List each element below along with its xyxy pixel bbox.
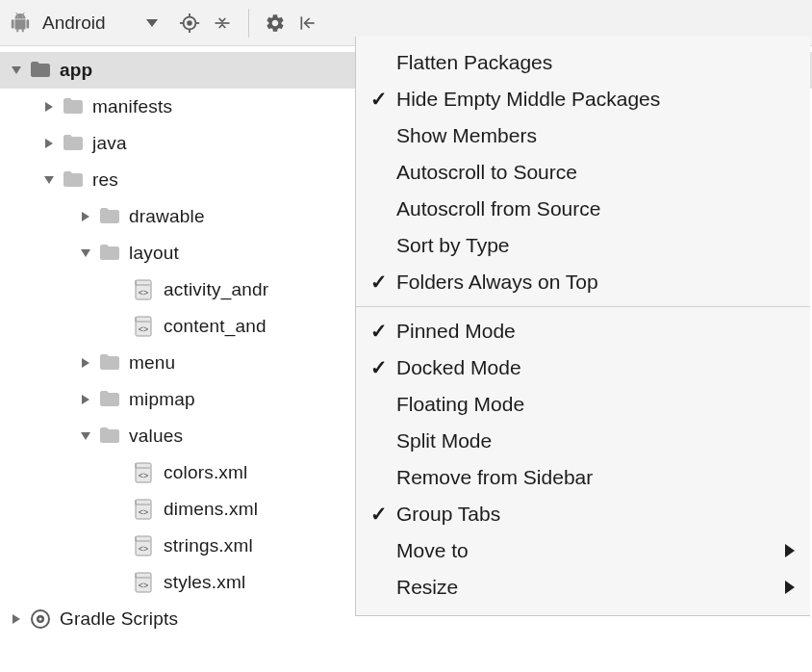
chevron-down-icon[interactable] <box>79 246 92 260</box>
checkmark-icon: ✓ <box>368 88 391 111</box>
folder-icon <box>98 242 121 265</box>
menu-item-label: Autoscroll to Source <box>396 161 795 184</box>
tree-item-label: mipmap <box>129 389 195 410</box>
submenu-arrow-icon <box>785 581 795 594</box>
checkmark-icon: ✓ <box>368 356 391 379</box>
chevron-right-icon[interactable] <box>79 393 92 406</box>
menu-item-label: Autoscroll from Source <box>396 197 795 220</box>
menu-item[interactable]: ✓Folders Always on Top <box>356 264 810 300</box>
submenu-arrow-icon <box>785 544 795 557</box>
tree-item-label: content_and <box>164 316 266 337</box>
toolbar-divider <box>248 9 249 38</box>
menu-item[interactable]: Autoscroll to Source <box>356 154 810 191</box>
chevron-down-icon[interactable] <box>79 429 92 443</box>
folder-icon <box>62 168 85 192</box>
tree-item-label: dimens.xml <box>164 499 258 520</box>
android-icon <box>10 13 31 34</box>
folder-icon <box>98 388 121 411</box>
menu-item-label: Move to <box>396 539 785 562</box>
xml-icon <box>133 315 156 338</box>
tree-item-label: layout <box>129 243 179 264</box>
tree-item-label: strings.xml <box>164 535 253 556</box>
folder-dark-icon <box>29 59 52 82</box>
menu-item[interactable]: Floating Mode <box>356 386 810 423</box>
menu-item[interactable]: ✓Hide Empty Middle Packages <box>356 81 810 117</box>
menu-item-label: Flatten Packages <box>396 51 795 74</box>
menu-item[interactable]: Move to <box>356 532 810 569</box>
chevron-right-icon[interactable] <box>79 356 92 370</box>
tree-item-label: Gradle Scripts <box>60 608 178 630</box>
tree-item-label: menu <box>129 352 175 374</box>
menu-separator <box>356 306 810 307</box>
menu-item[interactable]: Autoscroll from Source <box>356 191 810 227</box>
menu-item-label: Group Tabs <box>396 503 795 526</box>
folder-icon <box>98 351 121 375</box>
svg-point-1 <box>188 21 191 25</box>
settings-popup-menu: Flatten Packages✓Hide Empty Middle Packa… <box>355 37 810 616</box>
menu-item[interactable]: Resize <box>356 569 810 606</box>
menu-item-label: Remove from Sidebar <box>396 466 795 489</box>
xml-icon <box>133 278 156 301</box>
locate-button[interactable] <box>177 11 202 36</box>
chevron-right-icon[interactable] <box>10 612 23 626</box>
hide-button[interactable] <box>295 11 320 36</box>
menu-item[interactable]: Remove from Sidebar <box>356 459 810 496</box>
menu-item-label: Folders Always on Top <box>396 271 795 294</box>
menu-item[interactable]: Flatten Packages <box>356 44 810 81</box>
checkmark-icon: ✓ <box>368 271 391 294</box>
view-selector-label[interactable]: Android <box>38 13 139 34</box>
menu-item-label: Docked Mode <box>396 356 795 379</box>
settings-gear-button[interactable] <box>263 11 288 36</box>
chevron-down-icon[interactable] <box>42 173 56 187</box>
chevron-right-icon[interactable] <box>79 210 92 223</box>
menu-item-label: Hide Empty Middle Packages <box>396 88 795 111</box>
tree-item-label: res <box>92 169 118 191</box>
menu-item[interactable]: ✓Docked Mode <box>356 349 810 386</box>
menu-item[interactable]: Sort by Type <box>356 227 810 264</box>
menu-item[interactable]: ✓Pinned Mode <box>356 313 810 349</box>
view-selector-dropdown-icon[interactable] <box>146 19 158 27</box>
tree-item-label: activity_andr <box>164 279 268 300</box>
chevron-down-icon[interactable] <box>10 64 23 77</box>
menu-item[interactable]: ✓Group Tabs <box>356 496 810 532</box>
menu-item[interactable]: Show Members <box>356 117 810 154</box>
folder-icon <box>98 205 121 228</box>
gradle-icon <box>29 607 52 631</box>
checkmark-icon: ✓ <box>368 503 391 526</box>
tree-item-label: drawable <box>129 206 205 227</box>
menu-item-label: Show Members <box>396 124 795 147</box>
tree-item-label: styles.xml <box>164 572 245 593</box>
xml-icon <box>133 571 156 594</box>
menu-item-label: Sort by Type <box>396 234 795 257</box>
checkmark-icon: ✓ <box>368 320 391 343</box>
xml-icon <box>133 461 156 484</box>
xml-icon <box>133 498 156 521</box>
tree-item-label: java <box>92 133 127 154</box>
folder-icon <box>98 425 121 448</box>
chevron-right-icon[interactable] <box>42 137 56 150</box>
tree-item-label: app <box>60 60 92 81</box>
tree-item-label: values <box>129 426 183 447</box>
tree-item-label: manifests <box>92 96 172 117</box>
tree-item-label: colors.xml <box>164 462 248 483</box>
folder-icon <box>62 132 85 155</box>
collapse-all-button[interactable] <box>210 11 235 36</box>
menu-item-label: Resize <box>396 576 785 599</box>
menu-item-label: Floating Mode <box>396 393 795 416</box>
menu-item-label: Pinned Mode <box>396 320 795 343</box>
menu-item[interactable]: Split Mode <box>356 423 810 459</box>
chevron-right-icon[interactable] <box>42 100 56 114</box>
folder-icon <box>62 95 85 118</box>
xml-icon <box>133 534 156 557</box>
menu-item-label: Split Mode <box>396 429 795 452</box>
